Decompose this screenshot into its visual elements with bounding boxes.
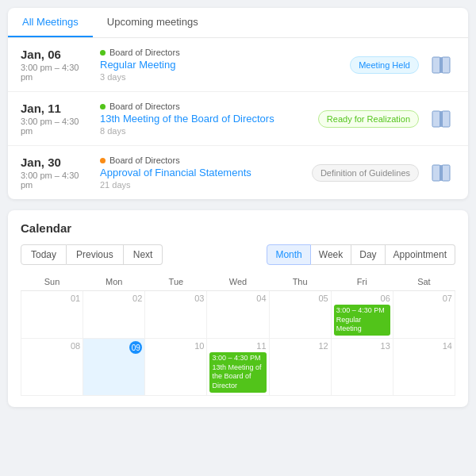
calendar-header-row: Sun Mon Tue Wed Thu Fri Sat <box>21 273 455 291</box>
cal-controls: Today Previous Next Month Week Day Appoi… <box>21 244 455 265</box>
view-day-button[interactable]: Day <box>351 244 385 265</box>
cell-jan03[interactable]: 03 <box>145 291 207 339</box>
meeting-info-3: Board of Directors Approval of Financial… <box>92 155 312 190</box>
meeting-title-2[interactable]: 13th Meeting of the Board of Directors <box>100 113 310 125</box>
meeting-days-3: 21 days <box>100 180 304 190</box>
meeting-info-2: Board of Directors 13th Meeting of the B… <box>92 102 318 136</box>
meeting-info-1: Board of Directors Regular Meeting 3 day… <box>92 48 350 82</box>
meeting-category-2: Board of Directors <box>100 102 310 111</box>
calendar-week-2: 08 09 10 11 3:00 – 4:30 PM 13th Meeting … <box>21 339 455 396</box>
book-icon-3[interactable] <box>427 159 455 187</box>
meeting-date-2: Jan, 11 3:00 pm – 4:30 pm <box>21 102 92 136</box>
col-sat: Sat <box>393 273 455 291</box>
svg-rect-8 <box>432 165 440 181</box>
time-range-1: 3:00 pm – 4:30 pm <box>21 63 92 82</box>
meeting-row-1: Jan, 06 3:00 pm – 4:30 pm Board of Direc… <box>8 38 468 92</box>
meeting-date-1: Jan, 06 3:00 pm – 4:30 pm <box>21 48 92 82</box>
next-button[interactable]: Next <box>124 244 163 265</box>
cell-jan09[interactable]: 09 <box>83 339 145 396</box>
meeting-row-2: Jan, 11 3:00 pm – 4:30 pm Board of Direc… <box>8 92 468 146</box>
calendar-title: Calendar <box>21 221 455 235</box>
time-range-2: 3:00 pm – 4:30 pm <box>21 117 92 136</box>
cell-jan02[interactable]: 02 <box>83 291 145 339</box>
badge-ready-2: Ready for Realization <box>318 110 419 128</box>
date-main-2: Jan, 11 <box>21 102 92 115</box>
view-month-button[interactable]: Month <box>267 244 310 265</box>
meeting-title-1[interactable]: Regular Meeting <box>100 59 342 71</box>
previous-button[interactable]: Previous <box>67 244 124 265</box>
tab-upcoming-meetings[interactable]: Upcoming meetings <box>93 8 213 37</box>
svg-rect-5 <box>442 111 450 127</box>
event-regular-meeting[interactable]: 3:00 – 4:30 PM Regular Meeting <box>334 305 390 336</box>
col-tue: Tue <box>145 273 207 291</box>
date-main-3: Jan, 30 <box>21 155 92 169</box>
svg-rect-1 <box>442 57 450 73</box>
badge-held-1: Meeting Held <box>350 56 419 74</box>
cell-jan08[interactable]: 08 <box>21 339 83 396</box>
event-13th-meeting[interactable]: 3:00 – 4:30 PM 13th Meeting of the Board… <box>209 352 266 393</box>
meeting-category-1: Board of Directors <box>100 48 342 57</box>
cell-jan01[interactable]: 01 <box>21 291 83 339</box>
meeting-date-3: Jan, 30 3:00 pm – 4:30 pm <box>21 155 92 190</box>
dot-icon-3 <box>100 158 106 163</box>
nav-button-group: Today Previous Next <box>21 244 163 265</box>
meeting-title-3[interactable]: Approval of Financial Statements <box>100 167 304 178</box>
dot-icon-1 <box>100 50 106 56</box>
tab-all-meetings[interactable]: All Meetings <box>8 8 93 37</box>
svg-rect-9 <box>442 165 450 181</box>
cell-jan07[interactable]: 07 <box>393 291 455 339</box>
meeting-row-3: Jan, 30 3:00 pm – 4:30 pm Board of Direc… <box>8 146 468 199</box>
cell-jan13[interactable]: 13 <box>331 339 393 396</box>
cell-jan04[interactable]: 04 <box>207 291 269 339</box>
view-week-button[interactable]: Week <box>311 244 351 265</box>
badge-def-3: Definition of Guidelines <box>312 164 419 182</box>
book-icon-1[interactable] <box>427 51 455 79</box>
col-fri: Fri <box>331 273 393 291</box>
col-wed: Wed <box>207 273 269 291</box>
col-thu: Thu <box>269 273 331 291</box>
cell-jan11[interactable]: 11 3:00 – 4:30 PM 13th Meeting of the Bo… <box>207 339 269 396</box>
cell-jan12[interactable]: 12 <box>269 339 331 396</box>
meeting-days-2: 8 days <box>100 126 310 136</box>
main-container: All Meetings Upcoming meetings Jan, 06 3… <box>8 8 468 407</box>
col-sun: Sun <box>21 273 83 291</box>
calendar-grid: Sun Mon Tue Wed Thu Fri Sat 01 02 <box>21 273 455 396</box>
cell-jan05[interactable]: 05 <box>269 291 331 339</box>
cell-jan10[interactable]: 10 <box>145 339 207 396</box>
meeting-days-1: 3 days <box>100 72 342 82</box>
col-mon: Mon <box>83 273 145 291</box>
view-button-group: Month Week Day Appointment <box>267 244 455 265</box>
cell-jan06[interactable]: 06 3:00 – 4:30 PM Regular Meeting <box>331 291 393 339</box>
view-appointment-button[interactable]: Appointment <box>386 244 455 265</box>
today-button[interactable]: Today <box>21 244 67 265</box>
date-main-1: Jan, 06 <box>21 48 92 61</box>
cell-jan14[interactable]: 14 <box>393 339 455 396</box>
meetings-card: All Meetings Upcoming meetings Jan, 06 3… <box>8 8 468 199</box>
book-icon-2[interactable] <box>427 105 455 133</box>
calendar-card: Calendar Today Previous Next Month Week … <box>8 210 468 407</box>
dot-icon-2 <box>100 104 106 109</box>
time-range-3: 3:00 pm – 4:30 pm <box>21 171 92 190</box>
tabs-header: All Meetings Upcoming meetings <box>8 8 468 38</box>
svg-rect-0 <box>432 57 440 73</box>
calendar-week-1: 01 02 03 04 05 06 <box>21 291 455 339</box>
svg-rect-4 <box>432 111 440 127</box>
meeting-category-3: Board of Directors <box>100 155 304 165</box>
